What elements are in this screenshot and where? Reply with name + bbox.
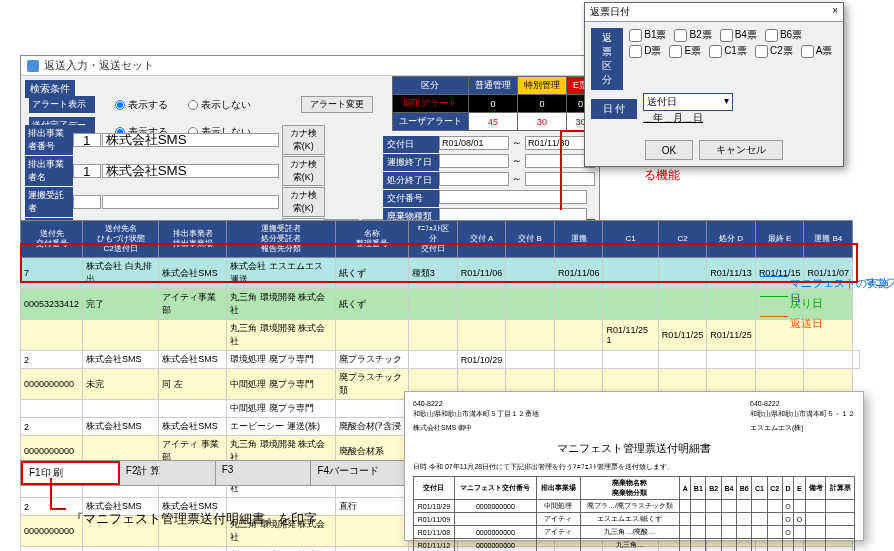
alert-change-button[interactable]: アラート変更 — [301, 96, 373, 113]
grid-header[interactable]: 交付 A — [457, 221, 506, 258]
batch-date-dialog: 返票日付 × 返票区分 B1票 B2票 B4票 B6票 D票 E票 C1票 C2… — [584, 2, 844, 167]
dialog-date-input[interactable]: ＿年＿月＿日 — [643, 111, 733, 125]
haishutsuname-num[interactable] — [73, 164, 101, 178]
dialog-checkboxes: B1票 B2票 B4票 B6票 D票 E票 C1票 C2票 A票 — [629, 28, 837, 58]
haishutsu-num-input[interactable] — [73, 133, 101, 147]
app-icon — [27, 60, 39, 72]
close-icon[interactable]: × — [832, 5, 838, 19]
report-title: マニフェスト管理票送付明細書 — [413, 441, 855, 456]
main-window: 返送入力・返送セット 検索条件 アラート表示 表示する 表示しない アラート変更… — [20, 55, 600, 244]
dialog-title: 返票日付 — [590, 5, 630, 19]
grid-header[interactable]: 運搬 B4 — [804, 221, 853, 258]
fkey-f3[interactable]: F3 — [216, 461, 312, 485]
fkey-f4[interactable]: F4バーコード — [311, 461, 407, 485]
dialog-date-type-select[interactable]: 送付日 ▾ — [643, 93, 733, 111]
dialog-cancel-button[interactable]: キャンセル — [699, 140, 783, 160]
grid-header[interactable]: 運搬受託者処分受託者報告先分類 — [227, 221, 335, 258]
grid-header[interactable]: 交付 B — [506, 221, 555, 258]
summary-table: 区分普通管理特別管理E票 期限アラート000 ユーザアラート453030 — [392, 76, 595, 131]
grid-header[interactable]: 送付先名ひもづけ状態C2送付日 — [83, 221, 159, 258]
chevron-down-icon: ▾ — [724, 95, 729, 106]
dialog-kubun-label: 返票区分 — [591, 28, 623, 90]
callout-print: 『マニフェスト管理票送付明細書』を印字 — [70, 510, 317, 528]
grid-header[interactable]: 排出事業者排出事業場 — [159, 221, 227, 258]
grid-header[interactable]: ﾏﾆﾌｪｽﾄ区分交付日 — [408, 221, 457, 258]
window-title: 返送入力・返送セット — [44, 58, 154, 73]
dialog-titlebar: 返票日付 × — [585, 3, 843, 22]
dialog-date-label: 日 付 — [591, 99, 637, 119]
grid-header[interactable]: 送付先交付番号 — [21, 221, 83, 258]
report-table: 交付日マニフェスト交付番号排出事業場廃棄物名称廃棄物分類AB1B2B4B6C1C… — [413, 476, 855, 551]
grid-header[interactable]: 処分 D — [707, 221, 756, 258]
grid-header[interactable]: C1 — [603, 221, 658, 258]
report-preview: 640-8222 和歌山県和歌山市溝本町５丁目１２番地 株式会社SMS 御中 6… — [404, 391, 864, 541]
window-titlebar: 返送入力・返送セット — [21, 56, 599, 76]
grid-header[interactable]: 運搬 — [554, 221, 603, 258]
connector-line — [560, 130, 562, 210]
table-row[interactable]: 00053233412完了アイティ事業部丸三角 環境開発 株式会社紙くず — [21, 289, 860, 320]
fkey-f2[interactable]: F2計 算 — [120, 461, 216, 485]
table-row[interactable]: 7株式会社 白丸排出株式会社SMS株式会社 エスエムエス運送紙くず種類3R01/… — [21, 258, 860, 289]
alert-disp-label: アラート表示 — [29, 96, 95, 113]
grid-header[interactable]: 名称整理番号 — [335, 221, 408, 258]
table-row[interactable]: 丸三角 環境開発 株式会社R01/11/25 1R01/11/25R01/11/… — [21, 320, 860, 351]
haishutsu-name-input[interactable] — [102, 133, 279, 147]
dialog-ok-button[interactable]: OK — [645, 140, 693, 160]
grid-header[interactable]: 最終 E — [755, 221, 804, 258]
kana-search-button-1[interactable]: カナ検索(K) — [282, 125, 325, 155]
grid-header[interactable]: C2 — [658, 221, 707, 258]
fkey-f1[interactable]: F1印 刷 — [21, 461, 120, 485]
kana-search-button-2[interactable]: カナ検索(K) — [282, 156, 325, 186]
table-row[interactable]: 2株式会社SMS株式会社SMS環境処理 廃プラ専門廃プラスチックR01/10/2… — [21, 351, 860, 369]
